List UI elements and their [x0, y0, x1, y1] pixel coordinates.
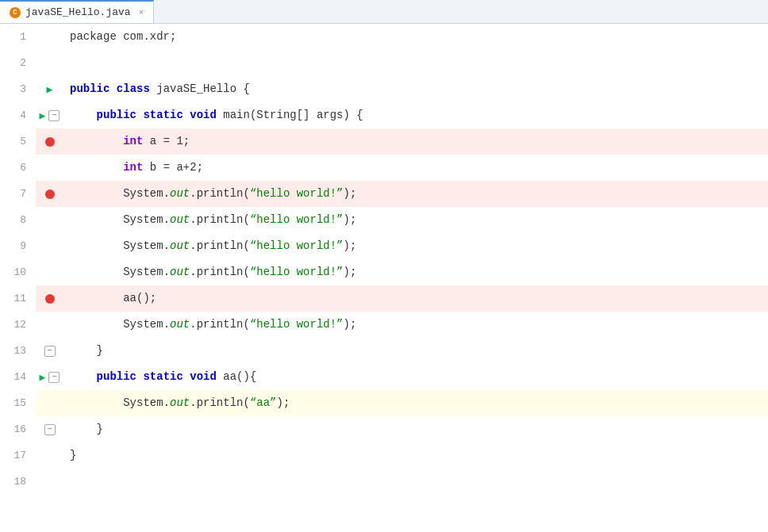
line-gutter-18 [36, 469, 63, 495]
breakpoint-icon[interactable] [45, 294, 55, 304]
code-line-8: 8 System.out.println(“hello world!”); [0, 207, 768, 233]
fold-close-icon[interactable]: − [44, 346, 56, 357]
line-gutter-8 [36, 207, 63, 233]
line-content-8: System.out.println(“hello world!”); [63, 207, 768, 233]
line-gutter-6 [36, 155, 63, 181]
editor-window: C javaSE_Hello.java × 1package com.xdr;2… [0, 0, 768, 495]
line-gutter-4: ▶− [36, 102, 63, 128]
code-line-16: 16− } [0, 416, 768, 442]
line-gutter-2 [36, 50, 63, 76]
line-content-9: System.out.println(“hello world!”); [63, 233, 768, 259]
line-number-7: 7 [0, 181, 36, 207]
fold-close-icon[interactable]: − [44, 424, 56, 435]
line-gutter-1 [36, 24, 63, 50]
line-gutter-7 [36, 181, 63, 207]
line-content-5: int a = 1; [63, 128, 768, 155]
line-number-2: 2 [0, 50, 36, 76]
tab-title: javaSE_Hello.java [25, 6, 131, 18]
line-number-16: 16 [0, 416, 36, 442]
line-content-1: package com.xdr; [63, 24, 768, 50]
line-content-2 [63, 50, 768, 76]
code-line-2: 2 [0, 50, 768, 76]
line-number-1: 1 [0, 24, 36, 50]
line-content-17: } [63, 442, 768, 469]
code-line-3: 3▶public class javaSE_Hello { [0, 76, 768, 102]
line-number-15: 15 [0, 390, 36, 416]
code-line-15: 15 System.out.println(“aa”); [0, 390, 768, 416]
line-content-16: } [63, 416, 768, 442]
line-content-6: int b = a+2; [63, 155, 768, 181]
line-number-13: 13 [0, 338, 36, 364]
code-line-11: 11 aa(); [0, 285, 768, 312]
fold-icon[interactable]: − [48, 110, 60, 121]
code-line-7: 7 System.out.println(“hello world!”); [0, 181, 768, 207]
line-number-14: 14 [0, 364, 36, 390]
line-gutter-10 [36, 259, 63, 285]
line-gutter-5 [36, 128, 63, 155]
line-gutter-9 [36, 233, 63, 259]
breakpoint-icon[interactable] [45, 189, 55, 199]
line-content-4: public static void main(String[] args) { [63, 102, 768, 128]
tab-close-button[interactable]: × [139, 8, 144, 17]
line-number-10: 10 [0, 259, 36, 285]
fold-icon[interactable]: − [48, 372, 60, 383]
code-line-5: 5 int a = 1; [0, 128, 768, 155]
code-line-4: 4▶− public static void main(String[] arg… [0, 102, 768, 128]
line-number-17: 17 [0, 442, 36, 469]
line-gutter-17 [36, 442, 63, 469]
code-line-12: 12 System.out.println(“hello world!”); [0, 312, 768, 338]
line-gutter-13: − [36, 338, 63, 364]
line-content-3: public class javaSE_Hello { [63, 76, 768, 102]
code-line-17: 17} [0, 442, 768, 469]
code-line-10: 10 System.out.println(“hello world!”); [0, 259, 768, 285]
line-number-12: 12 [0, 312, 36, 338]
line-number-9: 9 [0, 233, 36, 259]
tab-bar: C javaSE_Hello.java × [0, 0, 768, 24]
line-number-6: 6 [0, 155, 36, 181]
line-number-18: 18 [0, 469, 36, 495]
line-number-5: 5 [0, 128, 36, 155]
line-content-18 [63, 469, 768, 495]
line-gutter-3: ▶ [36, 76, 63, 102]
run-arrow-icon[interactable]: ▶ [40, 371, 46, 384]
code-line-18: 18 [0, 469, 768, 495]
code-line-1: 1package com.xdr; [0, 24, 768, 50]
line-number-4: 4 [0, 102, 36, 128]
line-content-14: public static void aa(){ [63, 364, 768, 390]
code-editor: 1package com.xdr;23▶public class javaSE_… [0, 24, 768, 495]
line-content-7: System.out.println(“hello world!”); [63, 181, 768, 207]
line-content-13: } [63, 338, 768, 364]
line-content-15: System.out.println(“aa”); [63, 390, 768, 416]
line-gutter-14: ▶− [36, 364, 63, 390]
line-number-11: 11 [0, 285, 36, 312]
code-line-13: 13− } [0, 338, 768, 364]
line-number-3: 3 [0, 76, 36, 102]
tab-javase-hello[interactable]: C javaSE_Hello.java × [0, 0, 154, 23]
tab-file-icon: C [10, 7, 21, 18]
code-line-6: 6 int b = a+2; [0, 155, 768, 181]
run-arrow-icon[interactable]: ▶ [40, 109, 46, 122]
line-content-11: aa(); [63, 285, 768, 312]
run-arrow-icon[interactable]: ▶ [47, 83, 53, 96]
line-gutter-11 [36, 285, 63, 312]
line-gutter-16: − [36, 416, 63, 442]
line-content-12: System.out.println(“hello world!”); [63, 312, 768, 338]
code-line-14: 14▶− public static void aa(){ [0, 364, 768, 390]
line-gutter-15 [36, 390, 63, 416]
code-line-9: 9 System.out.println(“hello world!”); [0, 233, 768, 259]
line-number-8: 8 [0, 207, 36, 233]
breakpoint-icon[interactable] [45, 137, 55, 147]
line-gutter-12 [36, 312, 63, 338]
line-content-10: System.out.println(“hello world!”); [63, 259, 768, 285]
